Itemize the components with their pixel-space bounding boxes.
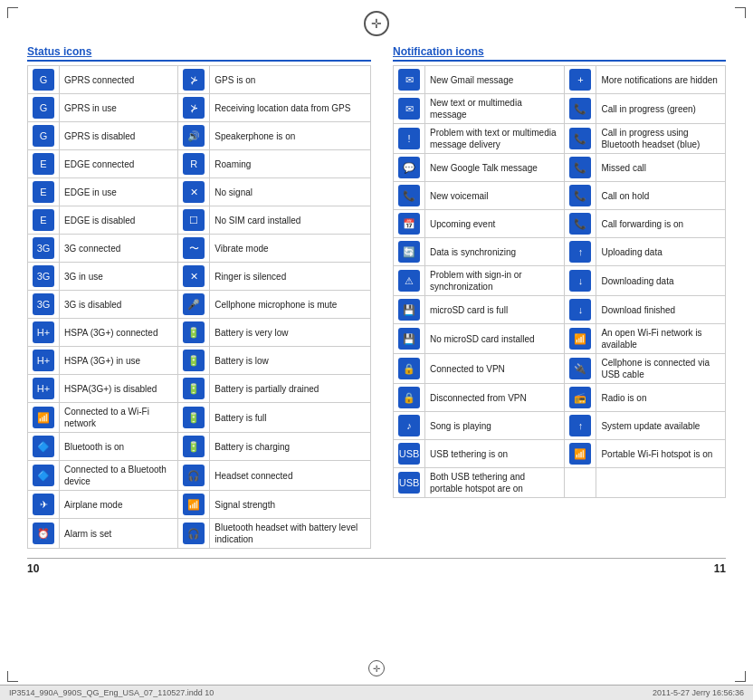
icon-cell: R — [178, 150, 210, 178]
table-row: 💾microSD card is full↓Download finished — [394, 296, 726, 324]
table-row: 💾No microSD card installed📶An open Wi-Fi… — [394, 324, 726, 354]
icon-cell: ⊁ — [178, 66, 210, 94]
label-cell: Airplane mode — [60, 491, 178, 519]
icon-cell: ⏰ — [28, 519, 60, 549]
label-cell: Radio is on — [596, 384, 726, 412]
label-cell: Bluetooth is on — [60, 433, 178, 461]
table-row: 🔒Disconnected from VPN📻Radio is on — [394, 384, 726, 412]
label-cell: Connected to VPN — [425, 354, 565, 384]
table-row: EEDGE connectedRRoaming — [28, 150, 371, 178]
icon-cell: 📶 — [565, 324, 596, 354]
label-cell: New Google Talk message — [425, 154, 565, 182]
label-cell: No signal — [210, 178, 371, 206]
table-row: 3G3G is disabled🎤Cellphone microphone is… — [28, 291, 371, 319]
status-table: GGPRS connected⊁GPS is onGGPRS in use⊁Re… — [27, 65, 371, 549]
table-row: ✉New text or multimedia message📞Call in … — [394, 94, 726, 124]
icon-cell: ✕ — [178, 178, 210, 206]
icon-cell: 📞 — [565, 94, 596, 124]
label-cell: HSPA (3G+) in use — [60, 347, 178, 375]
icon-cell: 📅 — [394, 210, 425, 238]
table-row: H+HSPA (3G+) connected🔋Battery is very l… — [28, 319, 371, 347]
icon-cell: ⚠ — [394, 266, 425, 296]
corner-mark-br — [735, 671, 746, 682]
label-cell: HSPA(3G+) is disabled — [60, 375, 178, 403]
footer-bar: IP3514_990A_990S_QG_Eng_USA_07_110527.in… — [0, 685, 753, 700]
icon-cell: G — [28, 122, 60, 150]
icon-cell: 📶 — [178, 491, 210, 519]
icon-cell — [565, 468, 596, 498]
icon-cell: E — [28, 206, 60, 235]
table-row: EEDGE is disabled☐No SIM card installed — [28, 206, 371, 235]
icon-cell: 📶 — [565, 440, 596, 468]
icon-cell: G — [28, 94, 60, 122]
icon-cell: ✕ — [178, 263, 210, 291]
label-cell: microSD card is full — [425, 296, 565, 324]
icon-cell: 🔄 — [394, 238, 425, 266]
icon-cell: 🔊 — [178, 122, 210, 150]
icon-cell: ☐ — [178, 206, 210, 235]
table-row: ♪Song is playing↑System update available — [394, 412, 726, 440]
icon-cell: E — [28, 150, 60, 178]
icon-cell: 🔋 — [178, 319, 210, 347]
status-section: Status icons GGPRS connected⊁GPS is onGG… — [27, 45, 371, 549]
icon-cell: ! — [394, 124, 425, 154]
label-cell: Connected to a Wi-Fi network — [60, 403, 178, 433]
table-row: GGPRS in use⊁Receiving location data fro… — [28, 94, 371, 122]
label-cell: Connected to a Bluetooth device — [60, 461, 178, 491]
page-num-right: 11 — [714, 562, 726, 575]
icon-cell: 🔒 — [394, 384, 425, 412]
icon-cell: 🔷 — [28, 433, 60, 461]
label-cell: Alarm is set — [60, 519, 178, 549]
icon-cell: ↑ — [565, 412, 596, 440]
table-row: 📅Upcoming event📞Call forwarding is on — [394, 210, 726, 238]
label-cell: An open Wi-Fi network is available — [596, 324, 726, 354]
label-cell: Both USB tethering and portable hotspot … — [425, 468, 565, 498]
icon-cell: 💬 — [394, 154, 425, 182]
label-cell: More notifications are hidden — [596, 66, 726, 94]
label-cell: New voicemail — [425, 182, 565, 210]
icon-cell: ⊁ — [178, 94, 210, 122]
label-cell: Downloading data — [596, 266, 726, 296]
table-row: 📞New voicemail📞Call on hold — [394, 182, 726, 210]
icon-cell: 📞 — [565, 124, 596, 154]
icon-cell: 🎧 — [178, 461, 210, 491]
icon-cell: ↓ — [565, 266, 596, 296]
label-cell: HSPA (3G+) connected — [60, 319, 178, 347]
table-row: ✉New Gmail message+More notifications ar… — [394, 66, 726, 94]
table-row: USBUSB tethering is on📶Portable Wi-Fi ho… — [394, 440, 726, 468]
icon-cell: 🎧 — [178, 519, 210, 549]
compass-bottom: ✛ — [368, 660, 385, 676]
label-cell: Disconnected from VPN — [425, 384, 565, 412]
label-cell: EDGE in use — [60, 178, 178, 206]
icon-cell: USB — [394, 468, 425, 498]
table-row: GGPRS is disabled🔊Speakerphone is on — [28, 122, 371, 150]
notification-table: ✉New Gmail message+More notifications ar… — [393, 65, 726, 498]
label-cell: Battery is full — [210, 403, 371, 433]
icon-cell: 💾 — [394, 296, 425, 324]
table-row: ⏰Alarm is set🎧Bluetooth headset with bat… — [28, 519, 371, 549]
label-cell: Cellphone is connected via USB cable — [596, 354, 726, 384]
icon-cell: ↑ — [565, 238, 596, 266]
icon-cell: 🔋 — [178, 375, 210, 403]
icon-cell: 🔋 — [178, 347, 210, 375]
table-row: 📶Connected to a Wi-Fi network🔋Battery is… — [28, 403, 371, 433]
label-cell: Download finished — [596, 296, 726, 324]
icon-cell: 🔒 — [394, 354, 425, 384]
table-row: EEDGE in use✕No signal — [28, 178, 371, 206]
icon-cell: 📞 — [565, 154, 596, 182]
label-cell: No SIM card installed — [210, 206, 371, 235]
table-row: H+HSPA (3G+) in use🔋Battery is low — [28, 347, 371, 375]
table-row: 3G3G connected〜Vibrate mode — [28, 235, 371, 263]
label-cell: 3G in use — [60, 263, 178, 291]
label-cell: Upcoming event — [425, 210, 565, 238]
page-num-left: 10 — [27, 562, 39, 575]
label-cell: Ringer is silenced — [210, 263, 371, 291]
icon-cell: 〜 — [178, 235, 210, 263]
table-row: 🔷Connected to a Bluetooth device🎧Headset… — [28, 461, 371, 491]
icon-cell: + — [565, 66, 596, 94]
label-cell: Bluetooth headset with battery level ind… — [210, 519, 371, 549]
icon-cell: ♪ — [394, 412, 425, 440]
icon-cell: 3G — [28, 235, 60, 263]
table-row: H+HSPA(3G+) is disabled🔋Battery is parti… — [28, 375, 371, 403]
label-cell: Call in progress using Bluetooth headset… — [596, 124, 726, 154]
